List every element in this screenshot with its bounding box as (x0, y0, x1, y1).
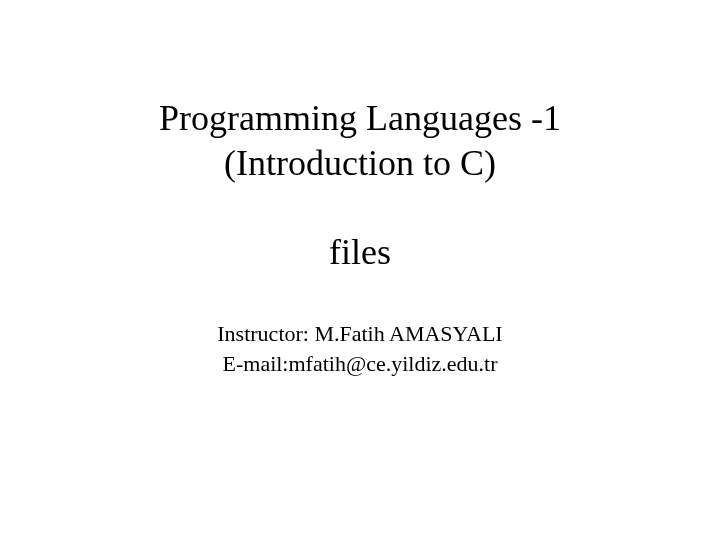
email-line: E-mail:mfatih@ce.yildiz.edu.tr (0, 349, 720, 379)
title-line-2: (Introduction to C) (0, 141, 720, 186)
title-line-1: Programming Languages -1 (0, 96, 720, 141)
instructor-line: Instructor: M.Fatih AMASYALI (0, 319, 720, 349)
slide-title: Programming Languages -1 (Introduction t… (0, 0, 720, 540)
subtitle-block: Instructor: M.Fatih AMASYALI E-mail:mfat… (0, 319, 720, 378)
title-line-3: files (0, 230, 720, 275)
